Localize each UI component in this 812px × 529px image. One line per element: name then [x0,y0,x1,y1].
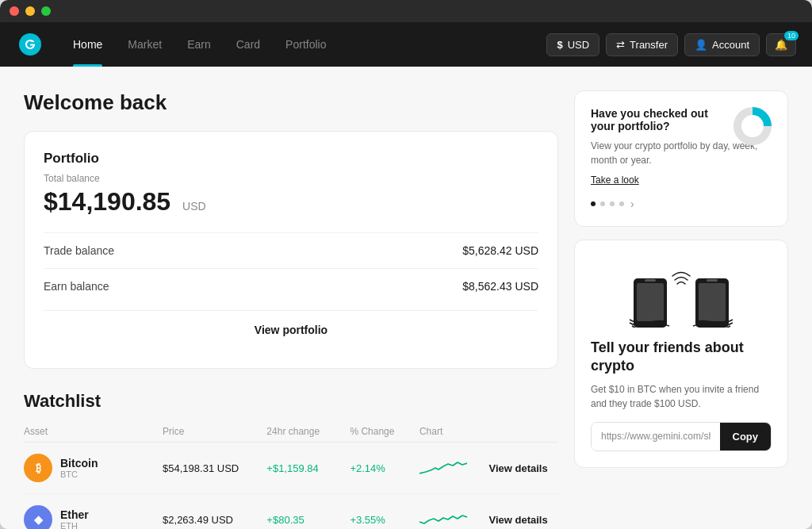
col-chart: Chart [419,426,489,437]
watchlist-header: Asset Price 24hr change % Change Chart [24,421,558,443]
svg-rect-7 [699,283,726,321]
balance-label: Total balance [44,173,538,184]
referral-input-row: Copy [591,422,772,451]
referral-link-input[interactable] [592,423,720,450]
carousel-next-icon[interactable]: › [630,197,634,210]
btc-price: $54,198.31 USD [163,462,266,474]
dot-4 [619,201,624,206]
navbar: Home Market Earn Card Portfolio $ USD ⇄ … [0,22,812,67]
col-asset: Asset [24,426,163,437]
portfolio-promo-card: Have you checked out your portfolio? Vie… [574,90,788,227]
dollar-icon: $ [557,39,562,51]
title-bar [0,0,812,22]
main-content: Welcome back Portfolio Total balance $14… [0,67,812,529]
watchlist-table: Asset Price 24hr change % Change Chart ₿… [24,421,558,529]
dot-3 [610,201,615,206]
logo[interactable] [16,30,44,59]
usd-button[interactable]: $ USD [546,33,599,56]
btc-asset-cell: ₿ Bitcoin BTC [24,454,163,482]
dot-1 [591,201,596,206]
trade-balance-label: Trade balance [44,244,114,257]
eth-ticker: ETH [60,521,89,529]
portfolio-card: Portfolio Total balance $14,190.85 USD T… [24,131,558,369]
referral-card: Tell your friends about crypto Get $10 i… [574,240,788,468]
btc-name: Bitcoin [60,457,98,470]
user-icon: 👤 [695,39,707,51]
usd-label: USD [568,39,589,51]
btc-icon: ₿ [24,454,52,482]
nav-right: $ USD ⇄ Transfer 👤 Account 🔔 10 [546,33,796,56]
earn-balance-label: Earn balance [44,280,109,293]
btc-chart [419,456,489,480]
nav-portfolio[interactable]: Portfolio [273,22,339,67]
minimize-button[interactable] [25,6,35,16]
page-title: Welcome back [24,90,558,115]
promo-dots: › [591,197,772,210]
svg-rect-5 [645,279,656,282]
eth-name: Ether [60,508,89,521]
portfolio-heading: Portfolio [44,151,538,167]
nav-links: Home Market Earn Card Portfolio [60,22,546,67]
watchlist-section: Watchlist Asset Price 24hr change % Chan… [24,391,558,529]
btc-ticker: BTC [60,470,98,479]
close-button[interactable] [10,6,19,16]
eth-asset-cell: ◆ Ether ETH [24,505,163,529]
transfer-label: Transfer [630,39,668,51]
svg-rect-4 [637,283,664,321]
app-window: Home Market Earn Card Portfolio $ USD ⇄ … [0,0,812,529]
balance-unit: USD [182,200,206,213]
copy-button[interactable]: Copy [720,423,772,450]
col-pct: % Change [350,426,419,437]
account-label: Account [712,39,749,51]
left-panel: Welcome back Portfolio Total balance $14… [24,90,558,513]
referral-text: Get $10 in BTC when you invite a friend … [591,382,772,411]
watchlist-row: ◆ Ether ETH $2,263.49 USD +$80.35 +3.55% [24,494,558,529]
eth-price: $2,263.49 USD [163,514,266,526]
earn-balance-row: Earn balance $8,562.43 USD [44,268,538,304]
right-panel: Have you checked out your portfolio? Vie… [574,90,788,513]
referral-title: Tell your friends about crypto [591,339,772,376]
col-change: 24hr change [266,426,350,437]
btc-change-pct: +2.14% [350,462,419,474]
svg-rect-8 [707,279,718,282]
nav-earn[interactable]: Earn [174,22,224,67]
notification-button[interactable]: 🔔 10 [766,33,796,56]
eth-view-details[interactable]: View details [488,514,547,526]
col-price: Price [163,426,266,437]
balance-amount: $14,190.85 USD [44,187,538,217]
nav-market[interactable]: Market [115,22,174,67]
col-action [488,426,558,437]
eth-chart [419,508,489,529]
eth-change-pct: +3.55% [350,514,419,526]
trade-balance-row: Trade balance $5,628.42 USD [44,232,538,268]
notification-badge: 10 [784,31,799,40]
account-button[interactable]: 👤 Account [684,33,760,56]
trade-balance-value: $5,628.42 USD [462,244,538,257]
eth-icon: ◆ [24,505,52,529]
dot-2 [600,201,605,206]
transfer-button[interactable]: ⇄ Transfer [606,33,678,56]
watchlist-heading: Watchlist [24,391,558,412]
view-portfolio-button[interactable]: View portfolio [44,310,538,349]
portfolio-graphic [730,104,775,148]
watchlist-row: ₿ Bitcoin BTC $54,198.31 USD +$1,159.84 … [24,443,558,494]
svg-point-2 [741,115,764,137]
transfer-icon: ⇄ [616,39,625,51]
eth-change: +$80.35 [266,514,350,526]
maximize-button[interactable] [41,6,51,16]
promo-link[interactable]: Take a look [591,174,639,186]
nav-home[interactable]: Home [60,22,115,67]
phone-graphic [591,256,772,328]
nav-card[interactable]: Card [224,22,273,67]
btc-change: +$1,159.84 [266,462,350,474]
earn-balance-value: $8,562.43 USD [462,280,538,293]
btc-view-details[interactable]: View details [488,462,547,474]
